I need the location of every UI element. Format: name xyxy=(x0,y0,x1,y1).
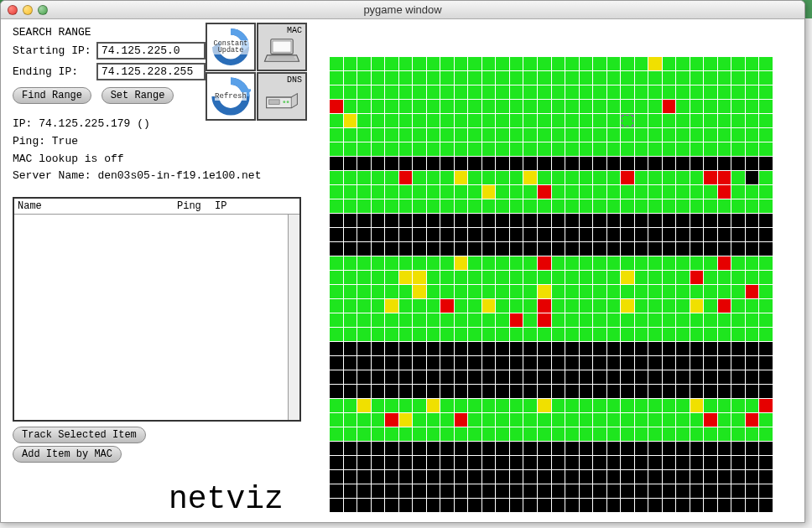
grid-cell[interactable] xyxy=(496,271,509,284)
grid-cell[interactable] xyxy=(718,499,731,512)
grid-cell[interactable] xyxy=(593,385,606,398)
grid-cell[interactable] xyxy=(330,242,343,256)
grid-cell[interactable] xyxy=(357,228,371,241)
grid-cell[interactable] xyxy=(607,85,621,99)
grid-cell[interactable] xyxy=(468,399,481,412)
grid-cell[interactable] xyxy=(496,299,509,313)
col-name[interactable]: Name xyxy=(18,200,177,212)
grid-cell[interactable] xyxy=(523,157,537,170)
grid-cell[interactable] xyxy=(510,271,523,284)
grid-cell[interactable] xyxy=(538,356,551,370)
grid-cell[interactable] xyxy=(580,413,593,427)
grid-cell[interactable] xyxy=(357,470,371,484)
grid-cell[interactable] xyxy=(746,142,759,156)
grid-cell[interactable] xyxy=(565,456,579,469)
grid-cell[interactable] xyxy=(621,128,634,142)
grid-cell[interactable] xyxy=(759,199,773,213)
grid-cell[interactable] xyxy=(538,399,551,412)
grid-cell[interactable] xyxy=(759,328,773,341)
grid-cell[interactable] xyxy=(440,199,454,213)
grid-cell[interactable] xyxy=(482,114,496,127)
grid-cell[interactable] xyxy=(523,456,537,469)
grid-cell[interactable] xyxy=(399,427,413,441)
grid-cell[interactable] xyxy=(607,313,621,327)
grid-cell[interactable] xyxy=(482,385,496,398)
grid-cell[interactable] xyxy=(676,328,690,341)
grid-cell[interactable] xyxy=(593,199,606,213)
grid-cell[interactable] xyxy=(607,385,621,398)
grid-cell[interactable] xyxy=(468,228,481,241)
grid-cell[interactable] xyxy=(593,484,606,498)
grid-cell[interactable] xyxy=(523,385,537,398)
grid-cell[interactable] xyxy=(663,385,676,398)
grid-cell[interactable] xyxy=(523,285,537,298)
grid-cell[interactable] xyxy=(440,385,454,398)
grid-cell[interactable] xyxy=(731,328,745,341)
grid-cell[interactable] xyxy=(759,413,773,427)
grid-cell[interactable] xyxy=(635,199,648,213)
grid-cell[interactable] xyxy=(565,256,579,270)
grid-cell[interactable] xyxy=(676,228,690,241)
grid-cell[interactable] xyxy=(455,413,468,427)
grid-cell[interactable] xyxy=(385,114,398,127)
grid-cell[interactable] xyxy=(648,484,662,498)
grid-cell[interactable] xyxy=(427,470,440,484)
grid-cell[interactable] xyxy=(552,285,565,298)
grid-cell[interactable] xyxy=(496,242,509,256)
grid-cell[interactable] xyxy=(607,114,621,127)
grid-cell[interactable] xyxy=(676,171,690,184)
grid-cell[interactable] xyxy=(676,199,690,213)
grid-cell[interactable] xyxy=(482,285,496,298)
grid-cell[interactable] xyxy=(496,85,509,99)
grid-cell[interactable] xyxy=(510,328,523,341)
grid-cell[interactable] xyxy=(357,214,371,227)
grid-cell[interactable] xyxy=(580,142,593,156)
grid-cell[interactable] xyxy=(413,413,426,427)
grid-cell[interactable] xyxy=(427,256,440,270)
starting-ip-input[interactable] xyxy=(96,42,206,60)
grid-cell[interactable] xyxy=(565,427,579,441)
grid-cell[interactable] xyxy=(496,399,509,412)
grid-cell[interactable] xyxy=(372,57,385,70)
grid-cell[interactable] xyxy=(565,128,579,142)
grid-cell[interactable] xyxy=(468,85,481,99)
grid-cell[interactable] xyxy=(372,399,385,412)
dns-button[interactable]: DNS xyxy=(257,72,307,121)
grid-cell[interactable] xyxy=(482,128,496,142)
grid-cell[interactable] xyxy=(510,342,523,355)
grid-cell[interactable] xyxy=(372,285,385,298)
grid-cell[interactable] xyxy=(552,413,565,427)
grid-cell[interactable] xyxy=(565,85,579,99)
ending-ip-input[interactable] xyxy=(96,63,206,80)
grid-cell[interactable] xyxy=(704,214,717,227)
grid-cell[interactable] xyxy=(635,399,648,412)
grid-cell[interactable] xyxy=(372,342,385,355)
grid-cell[interactable] xyxy=(648,228,662,241)
grid-cell[interactable] xyxy=(344,299,357,313)
grid-cell[interactable] xyxy=(704,142,717,156)
grid-cell[interactable] xyxy=(455,57,468,70)
grid-cell[interactable] xyxy=(552,185,565,199)
grid-cell[interactable] xyxy=(718,228,731,241)
titlebar[interactable]: pygame window xyxy=(1,1,804,19)
grid-cell[interactable] xyxy=(399,456,413,469)
grid-cell[interactable] xyxy=(552,456,565,469)
grid-cell[interactable] xyxy=(648,214,662,227)
grid-cell[interactable] xyxy=(357,185,371,199)
grid-cell[interactable] xyxy=(565,199,579,213)
grid-cell[interactable] xyxy=(718,142,731,156)
grid-cell[interactable] xyxy=(510,456,523,469)
grid-cell[interactable] xyxy=(663,271,676,284)
grid-cell[interactable] xyxy=(759,313,773,327)
grid-cell[interactable] xyxy=(607,484,621,498)
grid-cell[interactable] xyxy=(510,427,523,441)
grid-cell[interactable] xyxy=(718,85,731,99)
grid-cell[interactable] xyxy=(648,413,662,427)
grid-cell[interactable] xyxy=(635,157,648,170)
grid-cell[interactable] xyxy=(372,185,385,199)
grid-cell[interactable] xyxy=(759,228,773,241)
grid-cell[interactable] xyxy=(427,114,440,127)
grid-cell[interactable] xyxy=(468,484,481,498)
grid-cell[interactable] xyxy=(427,185,440,199)
grid-cell[interactable] xyxy=(413,356,426,370)
